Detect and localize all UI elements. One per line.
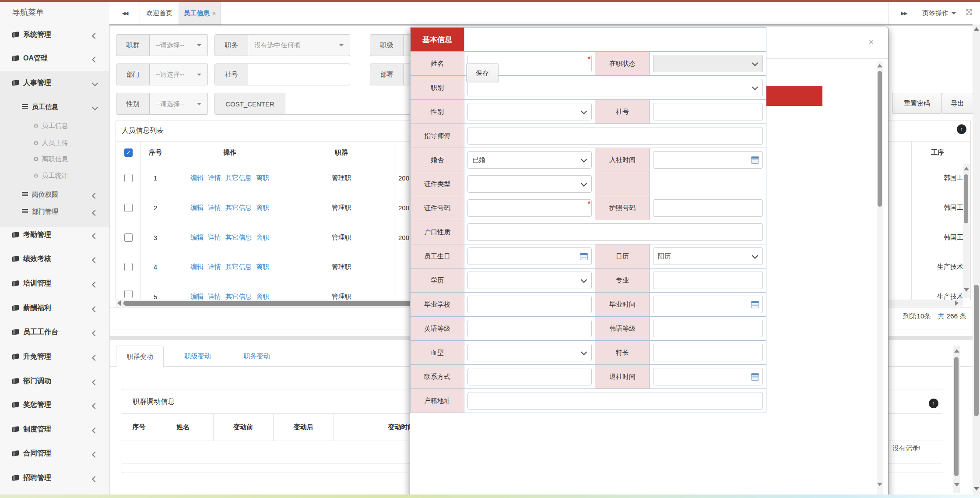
resign-link[interactable]: 离职 xyxy=(256,263,269,271)
scroll-down-arrow[interactable] xyxy=(954,483,959,487)
sidebar-item-reward[interactable]: 奖惩管理 xyxy=(12,399,51,410)
tab-jobgroup-change[interactable]: 职群变动 xyxy=(116,346,164,367)
korean-input[interactable] xyxy=(653,320,763,337)
mentor-input[interactable] xyxy=(467,127,763,145)
sidebar-item-salary[interactable]: 薪酬福利 xyxy=(12,303,51,313)
row-checkbox[interactable] xyxy=(124,263,133,271)
detail-link[interactable]: 详情 xyxy=(208,263,221,271)
edit-link[interactable]: 编辑 xyxy=(190,204,204,212)
edit-link[interactable]: 编辑 xyxy=(190,263,204,271)
position-dropdown[interactable]: 没有选中任何项 xyxy=(248,34,350,56)
address-input[interactable] xyxy=(467,392,763,410)
column-header[interactable]: 职群 xyxy=(289,141,394,163)
column-header[interactable]: 变动前 xyxy=(213,413,274,441)
detail-link[interactable]: 详情 xyxy=(208,204,221,212)
gender-dropdown[interactable]: --请选择-- xyxy=(150,93,208,115)
column-header[interactable]: 工序 xyxy=(911,141,963,163)
detail-link[interactable]: 详情 xyxy=(208,174,221,182)
collapse-panel-icon[interactable]: ↑ xyxy=(929,399,938,408)
sidebar-item-attendance[interactable]: 考勤管理 xyxy=(12,230,51,240)
jobgroup-dropdown[interactable]: --请选择-- xyxy=(150,34,208,56)
department-dropdown[interactable]: --请选择-- xyxy=(150,64,208,85)
birthday-date-input[interactable] xyxy=(467,247,592,265)
table-vscroll-thumb[interactable] xyxy=(964,174,968,223)
other-info-link[interactable]: 其它信息 xyxy=(225,293,252,300)
sidebar-item-workbench[interactable]: 员工工作台 xyxy=(12,327,58,337)
calendar-icon[interactable] xyxy=(751,301,759,308)
sidebar-item-employee-stats[interactable]: ⚙员工统计 xyxy=(33,170,68,181)
other-info-link[interactable]: 其它信息 xyxy=(225,263,252,271)
sidebar-item-performance[interactable]: 绩效考核 xyxy=(12,254,51,264)
column-header[interactable]: 序号 xyxy=(125,413,153,441)
export-button[interactable]: 导出 xyxy=(941,93,973,114)
select-all-checkbox[interactable]: ✓ xyxy=(124,148,133,157)
page-vscroll-thumb[interactable] xyxy=(974,285,979,416)
column-header[interactable]: 操作 xyxy=(171,141,289,163)
table-hscroll-thumb[interactable] xyxy=(123,301,412,306)
tab-joblevel-change[interactable]: 职级变动 xyxy=(174,346,221,367)
married-select[interactable]: 已婚 xyxy=(467,151,592,169)
rank-select[interactable] xyxy=(467,79,763,96)
other-info-link[interactable]: 其它信息 xyxy=(225,204,252,212)
calendar-icon[interactable] xyxy=(580,253,588,260)
major-input[interactable] xyxy=(653,272,763,289)
resign-link[interactable]: 离职 xyxy=(256,293,269,300)
edit-link[interactable]: 编辑 xyxy=(190,174,204,182)
scroll-down-arrow[interactable] xyxy=(974,487,979,491)
sidebar-item-oa[interactable]: OA管理 xyxy=(12,53,48,64)
tabs-scroll-right-button[interactable]: ▶▶ xyxy=(889,2,919,25)
page-vscrollbar[interactable] xyxy=(973,25,980,494)
idtype-select[interactable] xyxy=(467,175,592,193)
leavetime-date-input[interactable] xyxy=(653,368,763,385)
societyno-input[interactable] xyxy=(248,64,350,85)
modal-close-icon[interactable]: × xyxy=(869,38,874,47)
scroll-left-arrow[interactable] xyxy=(117,300,121,306)
row-checkbox[interactable] xyxy=(124,174,133,182)
row-checkbox[interactable] xyxy=(124,204,133,212)
scroll-down-arrow[interactable] xyxy=(964,288,969,292)
sidebar-item-post-permission[interactable]: 岗位权限 xyxy=(22,189,58,200)
sidebar-item-resign-info[interactable]: ⚙离职信息 xyxy=(33,154,68,164)
scroll-up-arrow[interactable] xyxy=(974,27,979,31)
sidebar-item-system[interactable]: 系统管理 xyxy=(12,29,51,40)
education-select[interactable] xyxy=(467,272,592,289)
sidebar-item-transfer[interactable]: 部门调动 xyxy=(12,376,51,386)
gender-select[interactable] xyxy=(467,103,592,120)
detail-link[interactable]: 详情 xyxy=(208,293,221,300)
scroll-down-arrow[interactable] xyxy=(877,483,882,486)
calendar-icon[interactable] xyxy=(751,373,759,381)
tab-welcome[interactable]: 欢迎首页 xyxy=(140,2,179,25)
sidebar-item-contract[interactable]: 合同管理 xyxy=(12,448,51,459)
sidebar-item-person-upload[interactable]: ⚙人员上传 xyxy=(33,138,68,148)
edit-link[interactable]: 编辑 xyxy=(190,293,204,300)
jointime-date-input[interactable] xyxy=(653,151,763,169)
modal-vscroll-thumb[interactable] xyxy=(878,71,882,207)
column-header[interactable]: 姓名 xyxy=(153,413,214,441)
sidebar-item-dept-manage[interactable]: 部门管理 xyxy=(22,206,58,217)
english-input[interactable] xyxy=(467,320,592,337)
sidebar-item-recruit[interactable]: 招聘管理 xyxy=(12,473,51,483)
edit-link[interactable]: 编辑 xyxy=(190,233,204,242)
resign-link[interactable]: 离职 xyxy=(256,204,269,212)
resign-link[interactable]: 离职 xyxy=(256,233,269,242)
scroll-right-arrow[interactable] xyxy=(955,300,959,306)
tab-operations-dropdown[interactable]: 页签操作 xyxy=(919,2,959,25)
sidebar-item-training[interactable]: 培训管理 xyxy=(12,278,51,289)
blood-select[interactable] xyxy=(467,344,592,361)
scroll-up-arrow[interactable] xyxy=(877,64,882,67)
row-checkbox[interactable] xyxy=(124,290,133,298)
collapse-panel-icon[interactable]: ↑ xyxy=(957,124,966,134)
contact-input[interactable] xyxy=(467,368,592,385)
idnumber-input[interactable] xyxy=(467,199,592,217)
save-button[interactable]: 保存 xyxy=(466,63,499,83)
tab-employee-info[interactable]: 员工信息× xyxy=(179,2,220,25)
sidebar-item-employee-info[interactable]: ⚙员工信息 xyxy=(33,120,68,131)
tab-close-icon[interactable]: × xyxy=(212,10,216,17)
detail-link[interactable]: 详情 xyxy=(208,233,221,242)
status-select[interactable] xyxy=(653,55,763,72)
other-info-link[interactable]: 其它信息 xyxy=(225,233,252,242)
tab-position-change[interactable]: 职务变动 xyxy=(233,346,280,367)
tabs-scroll-left-button[interactable]: ◀◀ xyxy=(110,2,139,25)
gradtime-date-input[interactable] xyxy=(653,296,763,313)
bottom-vscroll-thumb[interactable] xyxy=(954,357,959,476)
